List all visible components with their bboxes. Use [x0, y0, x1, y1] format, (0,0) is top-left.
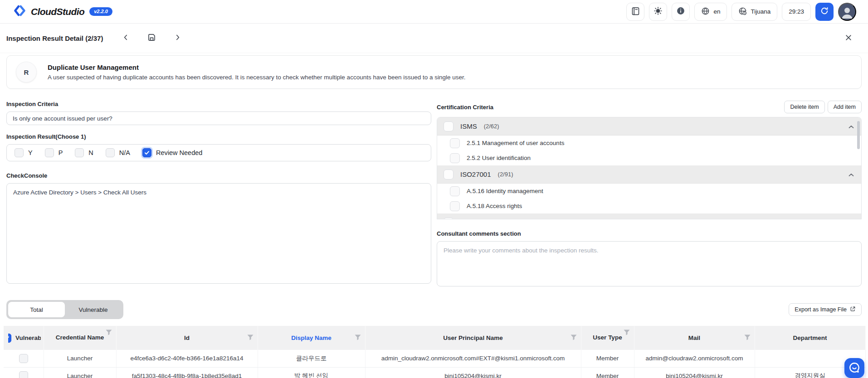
- cert-item[interactable]: A.5.18 Access rights: [437, 199, 861, 213]
- add-item-button[interactable]: Add item: [828, 101, 862, 113]
- cert-group-iso27017-count: (2/110): [498, 219, 516, 219]
- timer-value: 29:23: [789, 8, 804, 15]
- app-window: CloudStudio v2.2.0: [0, 0, 868, 378]
- checkbox-review-needed[interactable]: [142, 148, 151, 157]
- filter-icon[interactable]: [571, 334, 577, 342]
- user-avatar[interactable]: [838, 3, 856, 21]
- cert-item-checkbox[interactable]: [450, 153, 460, 163]
- manual-button[interactable]: [626, 3, 644, 21]
- export-button-label: Export as Image File: [795, 306, 847, 313]
- export-image-button[interactable]: Export as Image File: [789, 303, 862, 316]
- session-timer-button[interactable]: 29:23: [782, 3, 811, 21]
- option-n-label: N: [88, 149, 93, 156]
- col-department: Department: [755, 326, 865, 350]
- cell-credential: Launcher: [44, 367, 116, 378]
- previous-item-button[interactable]: [120, 32, 132, 44]
- person-icon: [840, 6, 854, 20]
- checkbox-n[interactable]: [75, 148, 84, 157]
- cell-user-type: Member: [581, 367, 634, 378]
- certification-criteria-label: Certification Criteria: [437, 104, 493, 111]
- tab-vulnerable[interactable]: Vulnerable: [65, 302, 122, 317]
- col-credential-name-label: Credential Name: [54, 334, 106, 342]
- cell-credential: Launcher: [44, 350, 116, 367]
- col-display-name: Display Name: [258, 326, 365, 350]
- timezone-button[interactable]: Tijuana: [731, 3, 777, 21]
- option-review-needed[interactable]: Review Needed: [142, 148, 202, 157]
- language-label: en: [713, 8, 720, 15]
- row-checkbox[interactable]: [19, 354, 28, 363]
- filter-icon[interactable]: [744, 334, 751, 342]
- checkbox-y[interactable]: [15, 148, 24, 157]
- chat-fab-button[interactable]: [844, 358, 864, 378]
- tab-total[interactable]: Total: [8, 302, 65, 317]
- cert-group-iso27001-name: ISO27001: [460, 170, 491, 178]
- row-checkbox[interactable]: [19, 371, 28, 378]
- cert-item-checkbox[interactable]: [450, 138, 460, 148]
- checkbox-p[interactable]: [45, 148, 54, 157]
- option-na-label: N/A: [119, 149, 130, 156]
- close-icon: [844, 34, 853, 43]
- brightness-sun-icon: [653, 6, 663, 17]
- option-p-label: P: [59, 149, 63, 156]
- brand-logo[interactable]: CloudStudio v2.2.0: [14, 5, 112, 19]
- table-header-row: Vulnerable Credential Name Id Display Na…: [4, 326, 865, 350]
- language-button[interactable]: en: [694, 3, 727, 21]
- info-button[interactable]: [672, 3, 690, 21]
- certification-criteria-panel[interactable]: ISMS (2/62) 2.5.1 Management of user acc…: [437, 117, 862, 219]
- cell-upn: bini105204@kismi.kr: [365, 367, 581, 378]
- inspection-item-card: R Duplicate User Management A user suspe…: [6, 55, 862, 89]
- inspection-result-label: Inspection Result(Choose 1): [6, 133, 431, 140]
- option-p[interactable]: P: [45, 148, 63, 157]
- cert-item-checkbox[interactable]: [450, 201, 460, 211]
- cert-group-iso27001[interactable]: ISO27001 (2/91): [437, 165, 861, 184]
- chat-smile-icon: [848, 362, 860, 375]
- cert-group-iso27001-checkbox[interactable]: [444, 170, 454, 179]
- checkconsole-textarea[interactable]: Azure Active Directory > Users > Check A…: [6, 183, 431, 284]
- col-upn-label: User Principal Name: [375, 334, 571, 341]
- checkbox-na[interactable]: [106, 148, 115, 157]
- cert-item-checkbox[interactable]: [450, 186, 460, 196]
- cell-mail: bini105204@kismi.kr: [634, 367, 755, 378]
- select-all-checkbox[interactable]: [8, 334, 11, 343]
- option-na[interactable]: N/A: [106, 148, 130, 157]
- option-review-needed-label: Review Needed: [156, 149, 202, 156]
- consultant-comments-label: Consultant comments section: [437, 230, 862, 237]
- theme-button[interactable]: [649, 3, 667, 21]
- table-row[interactable]: Launcher e4fce6a3-d6c2-40fe-b366-16e1a82…: [4, 350, 865, 367]
- cert-item[interactable]: 2.5.1 Management of user accounts: [437, 136, 861, 150]
- cert-item-label: 2.5.2 User identification: [467, 155, 531, 161]
- save-button[interactable]: [145, 31, 158, 45]
- inspection-criteria-input[interactable]: [6, 111, 431, 125]
- filter-icon[interactable]: [106, 330, 112, 337]
- sync-button[interactable]: [815, 3, 834, 21]
- option-y[interactable]: Y: [15, 148, 33, 157]
- option-n[interactable]: N: [75, 148, 93, 157]
- table-row[interactable]: Launcher fa5f1303-48c4-4f8b-9f8a-1b8ed35…: [4, 367, 865, 378]
- cert-item[interactable]: 2.5.2 User identification: [437, 150, 861, 165]
- next-item-button[interactable]: [172, 32, 183, 44]
- filter-icon[interactable]: [355, 334, 361, 342]
- close-detail-button[interactable]: [843, 32, 854, 45]
- cert-group-iso27017-checkbox[interactable]: [444, 218, 454, 220]
- cert-group-isms-checkbox[interactable]: [444, 121, 454, 131]
- cert-item-label: A.5.18 Access rights: [467, 203, 522, 209]
- col-credential-name: Credential Name: [44, 326, 116, 350]
- filter-icon[interactable]: [624, 330, 630, 337]
- cell-id: e4fce6a3-d6c2-40fe-b366-16e1a8216a14: [116, 350, 258, 367]
- item-description: A user suspected of having duplicate acc…: [48, 74, 466, 81]
- timezone-label: Tijuana: [751, 8, 770, 15]
- page-title: Inspection Result Detail (2/37): [6, 34, 103, 42]
- cell-display-name: 클라우드로: [258, 350, 365, 367]
- cert-group-iso27017[interactable]: ISO27017 (2/110): [437, 213, 861, 219]
- filter-icon[interactable]: [247, 334, 254, 342]
- chevron-up-icon[interactable]: [848, 170, 854, 179]
- col-mail-label: Mail: [644, 334, 745, 341]
- delete-item-button[interactable]: Delete item: [784, 101, 824, 113]
- cert-item[interactable]: A.5.16 Identity management: [437, 184, 861, 199]
- col-display-name-label: Display Name: [268, 334, 355, 341]
- consultant-comments-textarea[interactable]: [437, 241, 862, 286]
- chevron-up-icon[interactable]: [848, 122, 854, 131]
- col-department-label: Department: [765, 334, 855, 341]
- scrollbar-thumb[interactable]: [857, 121, 860, 149]
- cert-group-isms[interactable]: ISMS (2/62): [437, 117, 861, 136]
